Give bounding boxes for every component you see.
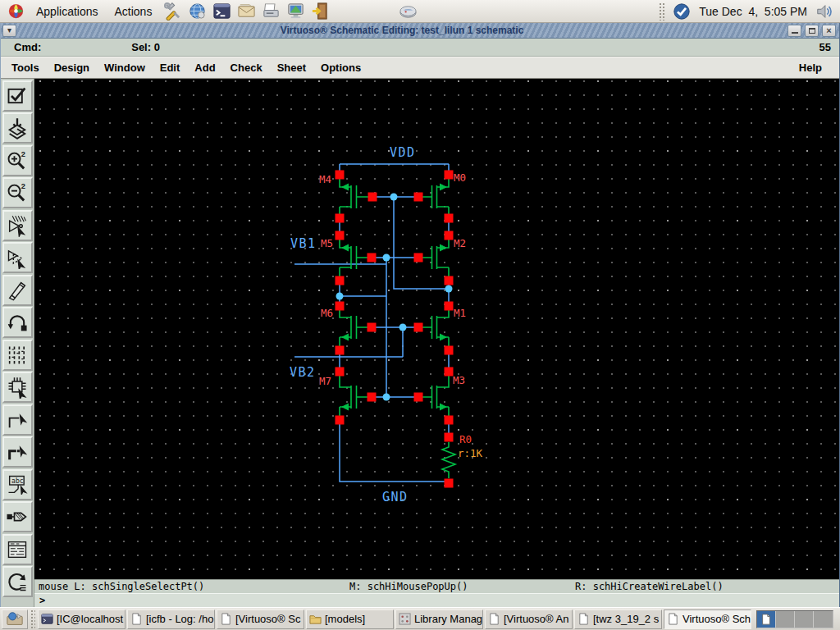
gnome-panel: Applications Actions [0, 0, 840, 23]
transistor-m6 [340, 310, 368, 346]
menubar: Tools Design Window Edit Add Check Sheet… [1, 57, 839, 79]
workspace-2[interactable] [776, 611, 795, 628]
window-titlebar[interactable]: ▾ Virtuoso® Schematic Editing: test_lilu… [1, 23, 839, 39]
svg-text:abc: abc [11, 477, 24, 485]
menu-sheet[interactable]: Sheet [270, 62, 313, 74]
wire-wide-button[interactable] [2, 436, 33, 468]
undo-button[interactable] [2, 307, 33, 338]
menu-help[interactable]: Help [792, 62, 829, 74]
command-prompt[interactable]: > [34, 593, 839, 607]
menu-options[interactable]: Options [313, 62, 368, 74]
menu-design[interactable]: Design [47, 62, 97, 74]
label-m0[interactable]: M0 [454, 171, 466, 184]
command-status-bar: Cmd: Sel: 0 55 [1, 39, 839, 57]
transistor-symbols[interactable] [340, 179, 455, 478]
resistor-r0 [442, 442, 455, 478]
label-m4[interactable]: M4 [319, 173, 331, 185]
system-tools-icon[interactable] [162, 2, 182, 21]
maximize-button[interactable] [805, 25, 819, 37]
workspace-4[interactable] [814, 611, 833, 628]
menu-edit[interactable]: Edit [153, 62, 188, 74]
label-r0[interactable]: R0 [459, 433, 472, 445]
cmd-label: Cmd: [14, 41, 41, 53]
redhat-menu-icon[interactable] [6, 2, 25, 21]
task-button-virtuoso-sch-active[interactable]: Virtuoso® Sch [664, 609, 751, 629]
transistor-m7 [340, 376, 368, 416]
repeat-button[interactable] [2, 566, 33, 597]
transistor-m2 [421, 240, 449, 276]
minimize-button[interactable] [788, 25, 801, 37]
save-button[interactable] [2, 112, 33, 144]
net-label-vb1[interactable]: VB1 [290, 236, 317, 251]
property-button[interactable] [2, 340, 33, 371]
task-button-icfb-log[interactable]: [icfb - Log: /ho [127, 609, 215, 629]
tray-drag-handle[interactable] [659, 2, 664, 21]
label-m1[interactable]: M1 [454, 307, 466, 319]
actions-menu[interactable]: Actions [107, 5, 161, 18]
zoom-out-2x-button[interactable]: 2 [2, 177, 33, 208]
label-m2[interactable]: M2 [454, 237, 466, 249]
instance-button[interactable] [2, 372, 33, 403]
transistor-m3 [420, 376, 449, 416]
wire-label-button[interactable]: abc [2, 469, 33, 500]
menu-add[interactable]: Add [187, 62, 222, 74]
transistor-m0 [420, 179, 449, 214]
label-m6[interactable]: M6 [321, 307, 333, 319]
task-button-twz[interactable]: [twz 3_19_2 s [574, 609, 662, 629]
net-label-vdd[interactable]: VDD [390, 145, 416, 160]
logout-icon[interactable] [310, 2, 330, 21]
workspace-switcher [756, 610, 833, 628]
task-button-library-manager[interactable]: Library Manag [395, 609, 483, 629]
menu-window[interactable]: Window [97, 62, 153, 74]
virtuoso-window: ▾ Virtuoso® Schematic Editing: test_lilu… [0, 23, 840, 607]
check-and-save-button[interactable] [2, 80, 33, 112]
transistor-m5 [340, 240, 368, 276]
net-label-gnd[interactable]: GND [382, 490, 409, 504]
binding-left: mouse L: schSingleSelectPt() [39, 581, 204, 592]
svg-text:2: 2 [21, 182, 25, 190]
task-button-virtuoso-an[interactable]: [Virtuoso® An [485, 609, 573, 629]
window-title: Virtuoso® Schematic Editing: test_lilun … [18, 25, 786, 36]
panel-tray: Tue Dec 4, 5:05 PM [654, 2, 837, 21]
pin-button[interactable] [2, 501, 33, 532]
workspace-1[interactable] [757, 611, 776, 628]
transistor-m4 [340, 179, 368, 214]
tool-palette: 2 2 [1, 79, 34, 607]
cmd-options-button[interactable] [2, 534, 33, 565]
schematic-drawing: VDD GND VB1 VB2 M4 M0 M5 M2 M6 M1 [34, 79, 840, 579]
label-m7[interactable]: M7 [319, 375, 331, 387]
terminal-launcher-icon[interactable] [212, 2, 231, 21]
show-desktop-button[interactable] [2, 609, 28, 629]
schematic-canvas[interactable]: VDD GND VB1 VB2 M4 M0 M5 M2 M6 M1 [34, 79, 839, 579]
clock[interactable]: Tue Dec 4, 5:05 PM [699, 5, 807, 18]
net-label-vb2[interactable]: VB2 [290, 365, 316, 380]
wire-narrow-button[interactable] [2, 404, 33, 436]
close-button[interactable]: × [822, 25, 836, 37]
email-icon[interactable] [236, 2, 256, 21]
web-browser-icon[interactable] [187, 2, 207, 21]
task-button-models[interactable]: [models] [306, 609, 394, 629]
label-m3[interactable]: M3 [453, 374, 465, 386]
task-button-ic-localhost[interactable]: [IC@localhost [38, 609, 126, 629]
volume-icon[interactable] [815, 2, 834, 21]
task-button-virtuoso-sc[interactable]: [Virtuoso® Sc [217, 609, 304, 629]
display-settings-icon[interactable] [285, 2, 305, 21]
applications-menu[interactable]: Applications [28, 5, 107, 18]
selection-count: Sel: 0 [131, 41, 160, 53]
stretch-button[interactable] [2, 210, 33, 241]
workspace-3[interactable] [795, 611, 814, 628]
menu-tools[interactable]: Tools [4, 62, 47, 74]
scanner-applet-icon[interactable] [398, 2, 418, 21]
window-menu-button[interactable]: ▾ [2, 25, 16, 37]
print-manager-icon[interactable] [261, 2, 281, 21]
zoom-in-2x-button[interactable]: 2 [2, 145, 33, 176]
label-m5[interactable]: M5 [321, 237, 333, 249]
label-r0-value[interactable]: r:1K [458, 447, 483, 459]
menu-check[interactable]: Check [223, 62, 270, 74]
svg-text:2: 2 [21, 150, 25, 158]
update-notifier-icon[interactable] [672, 2, 692, 21]
copy-button[interactable] [2, 242, 33, 273]
taskbar-drag-handle[interactable] [30, 609, 35, 629]
window-counter: 55 [819, 41, 831, 53]
delete-button[interactable] [2, 275, 33, 306]
